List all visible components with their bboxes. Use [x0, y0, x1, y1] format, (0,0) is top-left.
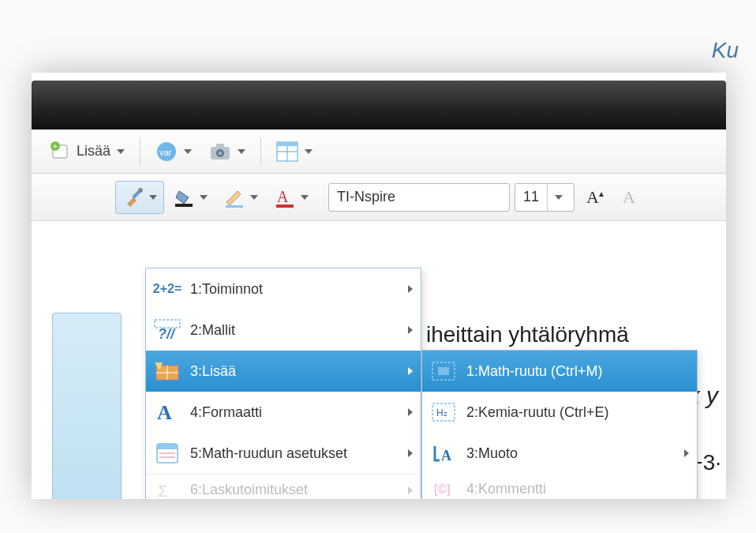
- window-titlebar: [32, 81, 726, 129]
- svg-rect-16: [226, 205, 243, 208]
- document-heading-rest: iheittain yhtälöryhmä: [426, 322, 629, 347]
- svg-rect-12: [277, 142, 298, 146]
- decrease-font-icon: A: [623, 187, 635, 208]
- svg-rect-18: [276, 205, 294, 208]
- svg-text:var: var: [159, 148, 172, 157]
- insert-icon: [151, 355, 184, 388]
- svg-text:A: A: [157, 401, 172, 424]
- chevron-down-icon: [238, 149, 245, 154]
- menu-item-label: 3:Lisää: [190, 363, 236, 380]
- layout-grid-icon: [276, 141, 298, 163]
- insert-page-label: Lisää: [77, 143, 110, 160]
- font-size-combobox[interactable]: [515, 183, 574, 212]
- svg-text:[©]: [©]: [434, 482, 451, 496]
- chevron-down-icon: [250, 195, 258, 200]
- chevron-down-icon: [305, 149, 313, 154]
- svg-rect-6: [216, 144, 224, 148]
- shape-icon: A: [427, 437, 460, 470]
- increase-font-button[interactable]: A▴: [579, 182, 611, 213]
- menu-item-mallit[interactable]: ?// 2:Mallit: [146, 310, 421, 351]
- menu-item-label: 5:Math-ruudun asetukset: [190, 445, 347, 462]
- menu-item-label: 2:Mallit: [190, 322, 235, 339]
- tools-icon: [122, 186, 144, 208]
- menu-item-toiminnot[interactable]: 2+2= 1:Toiminnot: [146, 268, 421, 310]
- math-box-icon: [427, 355, 460, 388]
- comment-icon: [©]: [427, 472, 460, 499]
- svg-text:A: A: [441, 448, 451, 464]
- menu-item-label: 4:Formaatti: [190, 404, 262, 421]
- font-size-input[interactable]: [515, 184, 547, 211]
- templates-icon: ?//: [151, 313, 184, 347]
- variables-button[interactable]: var: [148, 137, 199, 167]
- chevron-down-icon: [301, 195, 309, 200]
- decrease-font-button[interactable]: A: [616, 182, 642, 213]
- svg-point-14: [138, 188, 143, 193]
- submenu-item-kommentti[interactable]: [©] 4:Kommentti: [422, 474, 697, 499]
- menu-item-label: 1:Toiminnot: [190, 281, 263, 298]
- text-color-button[interactable]: A: [267, 181, 316, 214]
- chevron-down-icon: [184, 149, 192, 154]
- toolbar-format: A A▴ A: [32, 174, 726, 221]
- insert-page-icon: +: [50, 141, 72, 163]
- tools-menu-button[interactable]: [115, 181, 164, 214]
- toolbar-separator: [260, 137, 261, 166]
- math-settings-icon: [151, 437, 184, 470]
- submenu-arrow-icon: [408, 367, 413, 375]
- chevron-down-icon: [117, 149, 125, 154]
- toolbar-primary: + Lisää var: [32, 129, 726, 174]
- menu-item-formaatti[interactable]: A 4:Formaatti: [146, 392, 421, 433]
- font-color-icon: A: [274, 186, 296, 208]
- menu-item-label: 6:Laskutoimitukset: [190, 482, 308, 498]
- svg-text:H₂: H₂: [436, 407, 447, 419]
- submenu-item-label: 1:Math-ruutu (Ctrl+M): [466, 363, 603, 380]
- insert-submenu: 1:Math-ruutu (Ctrl+M) H₂ 2:Kemia-ruutu (…: [421, 350, 698, 499]
- svg-text:+: +: [53, 142, 58, 151]
- submenu-arrow-icon: [408, 486, 413, 494]
- submenu-item-label: 4:Kommentti: [466, 481, 546, 497]
- app-window: + Lisää var: [32, 73, 726, 499]
- submenu-arrow-icon: [408, 449, 413, 457]
- submenu-item-math-box[interactable]: 1:Math-ruutu (Ctrl+M): [422, 351, 697, 392]
- submenu-item-muoto[interactable]: A 3:Muoto: [422, 433, 697, 474]
- fill-color-button[interactable]: [166, 181, 215, 214]
- insert-page-button[interactable]: + Lisää: [43, 137, 132, 167]
- layout-button[interactable]: [269, 137, 320, 167]
- line-color-button[interactable]: [216, 181, 265, 214]
- variables-icon: var: [155, 141, 178, 163]
- format-icon: A: [151, 396, 184, 429]
- chem-box-icon: H₂: [427, 396, 460, 429]
- submenu-item-chem-box[interactable]: H₂ 2:Kemia-ruutu (Ctrl+E): [422, 392, 697, 433]
- svg-text:?//: ?//: [158, 326, 176, 342]
- svg-rect-26: [157, 444, 178, 449]
- submenu-item-label: 2:Kemia-ruutu (Ctrl+E): [466, 404, 609, 421]
- chevron-down-icon: [149, 195, 157, 200]
- submenu-arrow-icon: [408, 408, 413, 416]
- menu-item-math-settings[interactable]: 5:Math-ruudun asetukset: [146, 433, 421, 474]
- svg-text:Σ: Σ: [158, 482, 167, 500]
- menu-item-laskutoimitukset[interactable]: Σ 6:Laskutoimitukset: [146, 474, 421, 499]
- font-controls: A▴ A: [328, 182, 642, 213]
- pencil-line-icon: [223, 186, 245, 208]
- camera-icon: [209, 141, 231, 163]
- calculations-icon: Σ: [151, 474, 184, 500]
- submenu-item-label: 3:Muoto: [466, 445, 518, 462]
- page-thumbnail[interactable]: [52, 313, 122, 499]
- font-name-combobox[interactable]: [328, 183, 510, 212]
- submenu-arrow-icon: [684, 449, 689, 457]
- actions-icon: 2+2=: [151, 272, 184, 306]
- caption-text: Ku: [712, 38, 739, 63]
- screenshot-button[interactable]: [202, 137, 253, 167]
- chevron-down-icon[interactable]: [547, 184, 567, 211]
- menu-item-lisaa[interactable]: 3:Lisää: [146, 351, 421, 392]
- svg-rect-31: [438, 367, 449, 375]
- tools-dropdown-menu: 2+2= 1:Toiminnot ?// 2:Mallit 3:Lisää A …: [145, 268, 421, 499]
- paint-bucket-icon: [173, 186, 195, 208]
- font-name-input[interactable]: [329, 184, 528, 211]
- toolbar-separator: [140, 137, 140, 166]
- svg-text:A: A: [277, 188, 289, 205]
- chevron-down-icon: [200, 195, 208, 200]
- submenu-arrow-icon: [408, 285, 413, 293]
- increase-font-icon: A▴: [586, 187, 604, 208]
- svg-point-8: [219, 151, 223, 155]
- submenu-arrow-icon: [408, 326, 413, 334]
